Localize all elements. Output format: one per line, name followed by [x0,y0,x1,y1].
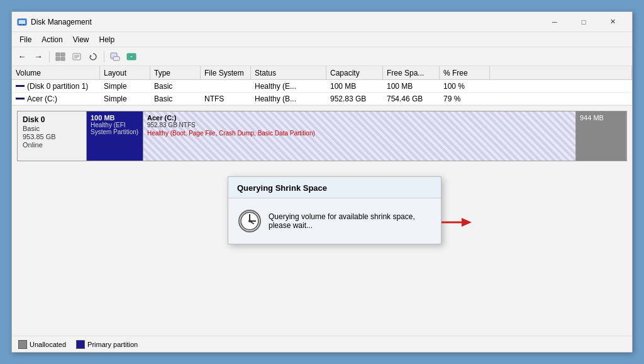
legend-unallocated: Unallocated [18,340,66,349]
menu-file[interactable]: File [14,34,36,45]
legend: Unallocated Primary partition [12,336,632,352]
partition-unallocated[interactable]: 944 MB [576,111,626,161]
cell-volume: (Disk 0 partition 1) [12,80,100,92]
cell-volume: Acer (C:) [12,93,100,105]
partition-efi-label: Healthy (EFI System Partition) [91,122,139,135]
disk-row: Disk 0 Basic 953.85 GB Online 100 MB Hea… [17,111,627,161]
separator-2 [104,51,104,62]
minimize-button[interactable]: ─ [540,12,569,32]
menubar: File Action View Help [12,32,632,47]
svg-rect-2 [19,24,21,25]
svg-rect-4 [56,53,60,56]
svg-point-18 [241,212,258,230]
col-header-type: Type [150,66,201,79]
partition-c-name: Acer (C:) [147,114,572,122]
table-row[interactable]: Acer (C:) Simple Basic NTFS Healthy (B..… [12,93,632,105]
cell-type: Basic [150,93,201,105]
menu-help[interactable]: Help [94,34,120,45]
menu-action[interactable]: Action [36,34,67,45]
col-header-status: Status [251,66,326,79]
disk-icon-button[interactable] [124,50,139,64]
svg-rect-7 [61,57,65,60]
help-button[interactable] [108,50,123,64]
dialog-title: Querying Shrink Space [228,177,441,198]
forward-button[interactable]: → [31,50,46,64]
cell-pctfree: 100 % [440,80,490,92]
cell-capacity: 952.83 GB [326,93,383,105]
cell-layout: Simple [100,80,150,92]
cell-fs [201,80,251,92]
refresh-button[interactable] [86,50,101,64]
col-header-rest [490,66,632,79]
menu-view[interactable]: View [68,34,94,45]
main-window: Disk Management ─ □ ✕ File Action View H… [11,11,633,353]
window-title: Disk Management [31,18,540,26]
legend-box-unallocated [18,340,27,349]
separator-1 [49,51,50,62]
svg-rect-14 [113,57,119,60]
svg-point-21 [248,220,251,222]
cell-status: Healthy (B... [251,93,326,105]
app-icon [17,17,27,27]
cell-layout: Simple [100,93,150,105]
partition-c[interactable]: Acer (C:) 952.83 GB NTFS Healthy (Boot, … [143,111,576,161]
toolbar: ← → [12,47,632,66]
volume-icon [16,98,25,100]
svg-rect-6 [56,57,60,60]
cell-pctfree: 79 % [440,93,490,105]
legend-label-unallocated: Unallocated [30,341,66,348]
col-header-freespace: Free Spa... [383,66,440,79]
disk-name: Disk 0 [23,115,81,124]
cell-capacity: 100 MB [326,80,383,92]
svg-rect-3 [23,24,25,25]
partition-efi[interactable]: 100 MB Healthy (EFI System Partition) [87,111,143,161]
disk-status: Online [23,141,81,149]
cell-freespace: 100 MB [383,80,440,92]
disk-type: Basic [23,125,81,132]
legend-box-primary [76,340,85,349]
dialog-body: Querying volume for available shrink spa… [228,198,441,244]
partition-c-size: 952.83 GB NTFS [147,122,572,128]
query-dialog: Querying Shrink Space Querying volume fo… [228,176,441,244]
content-area: Volume Layout Type File System Status Ca… [12,66,632,336]
cell-fs: NTFS [201,93,251,105]
svg-rect-1 [19,20,25,24]
clock-icon [238,210,261,232]
cell-freespace: 754.46 GB [383,93,440,105]
dialog-message: Querying volume for available shrink spa… [269,212,431,230]
window-controls: ─ □ ✕ [540,12,627,32]
volume-table: Volume Layout Type File System Status Ca… [12,66,632,106]
svg-rect-5 [61,53,65,56]
volume-icon [16,85,25,87]
svg-point-17 [131,56,133,57]
titlebar: Disk Management ─ □ ✕ [12,12,632,32]
close-button[interactable]: ✕ [598,12,627,32]
legend-primary: Primary partition [76,340,138,349]
legend-label-primary: Primary partition [87,341,138,348]
col-header-pctfree: % Free [440,66,490,79]
back-button[interactable]: ← [14,50,30,64]
partition-c-status: Healthy (Boot, Page File, Crash Dump, Ba… [147,130,572,137]
col-header-volume: Volume [12,66,100,79]
table-row[interactable]: (Disk 0 partition 1) Simple Basic Health… [12,80,632,93]
table-header: Volume Layout Type File System Status Ca… [12,66,632,80]
partition-unalloc-size: 944 MB [580,114,622,122]
svg-marker-12 [90,55,92,57]
disk-label: Disk 0 Basic 953.85 GB Online [18,111,87,161]
disk-partitions: 100 MB Healthy (EFI System Partition) Ac… [87,111,626,161]
cell-type: Basic [150,80,201,92]
col-header-fs: File System [201,66,251,79]
properties-button[interactable] [69,50,84,64]
cell-status: Healthy (E... [251,80,326,92]
col-header-capacity: Capacity [326,66,383,79]
disk-size: 953.85 GB [23,133,81,140]
view-button[interactable] [53,50,68,64]
col-header-layout: Layout [100,66,150,79]
partition-efi-size: 100 MB [91,114,139,122]
maximize-button[interactable]: □ [569,12,598,32]
